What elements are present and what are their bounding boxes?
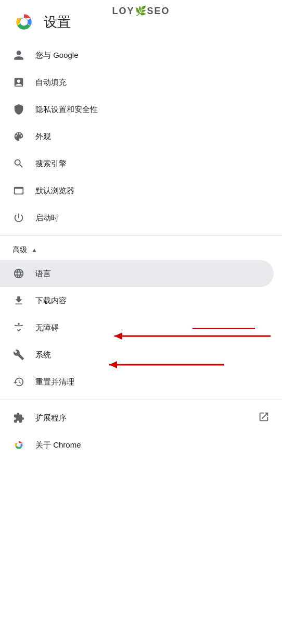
shield-icon bbox=[12, 103, 25, 116]
globe-icon bbox=[12, 267, 25, 280]
svg-point-2 bbox=[20, 18, 28, 26]
sidebar-item-browser-label: 默认浏览器 bbox=[35, 186, 74, 196]
sidebar-item-extensions-label: 扩展程序 bbox=[35, 413, 67, 423]
header: 设置 bbox=[0, 0, 282, 42]
sidebar-item-accessibility[interactable]: 无障碍 bbox=[0, 314, 274, 341]
sidebar-item-downloads[interactable]: 下载内容 bbox=[0, 287, 274, 314]
advanced-label: 高级 bbox=[12, 245, 27, 255]
chrome-small-icon bbox=[12, 439, 25, 451]
search-icon bbox=[12, 157, 25, 170]
reset-icon bbox=[12, 376, 25, 388]
divider-advanced bbox=[0, 236, 282, 236]
sidebar-item-about-label: 关于 Chrome bbox=[35, 440, 81, 450]
external-link-icon bbox=[258, 411, 270, 425]
download-icon bbox=[12, 294, 25, 307]
sidebar-item-startup[interactable]: 启动时 bbox=[0, 204, 274, 231]
settings-nav: 您与 Google 自动填充 隐私设置和安全性 外观 bbox=[0, 42, 282, 459]
sidebar-item-search-label: 搜索引擎 bbox=[35, 159, 67, 169]
sidebar-item-system[interactable]: 系统 bbox=[0, 341, 274, 368]
browser-icon bbox=[12, 184, 25, 197]
sidebar-item-language[interactable]: 语言 bbox=[0, 260, 274, 287]
sidebar-item-appearance-label: 外观 bbox=[35, 132, 51, 142]
page-title: 设置 bbox=[44, 13, 71, 31]
sidebar-item-extensions[interactable]: 扩展程序 bbox=[0, 404, 282, 431]
sidebar-item-about[interactable]: 关于 Chrome bbox=[0, 431, 282, 459]
person-icon bbox=[12, 49, 25, 61]
sidebar-item-accessibility-label: 无障碍 bbox=[35, 323, 59, 333]
sidebar-item-google-label: 您与 Google bbox=[35, 51, 79, 60]
advanced-section-header[interactable]: 高级 ▲ bbox=[0, 240, 282, 260]
puzzle-icon bbox=[12, 412, 25, 424]
chevron-up-icon: ▲ bbox=[31, 246, 37, 254]
divider-footer bbox=[0, 400, 282, 400]
sidebar-item-privacy-label: 隐私设置和安全性 bbox=[35, 105, 98, 115]
autofill-icon bbox=[12, 76, 25, 89]
palette-icon bbox=[12, 130, 25, 143]
chrome-logo-icon bbox=[12, 10, 35, 33]
sidebar-item-autofill[interactable]: 自动填充 bbox=[0, 69, 274, 96]
power-icon bbox=[12, 212, 25, 224]
sidebar-item-browser[interactable]: 默认浏览器 bbox=[0, 177, 274, 204]
svg-point-5 bbox=[17, 443, 20, 447]
sidebar-item-reset-label: 重置并清理 bbox=[35, 377, 74, 387]
sidebar-item-search[interactable]: 搜索引擎 bbox=[0, 150, 274, 177]
sidebar-item-system-label: 系统 bbox=[35, 350, 51, 360]
sidebar-item-language-label: 语言 bbox=[35, 269, 51, 279]
sidebar-item-appearance[interactable]: 外观 bbox=[0, 123, 274, 150]
wrench-icon bbox=[12, 349, 25, 361]
sidebar-item-autofill-label: 自动填充 bbox=[35, 78, 67, 88]
sidebar-item-reset[interactable]: 重置并清理 bbox=[0, 368, 274, 395]
sidebar-item-startup-label: 启动时 bbox=[35, 213, 59, 223]
sidebar-item-downloads-label: 下载内容 bbox=[35, 296, 67, 306]
sidebar-item-google[interactable]: 您与 Google bbox=[0, 42, 274, 69]
sidebar-item-privacy[interactable]: 隐私设置和安全性 bbox=[0, 96, 274, 123]
accessibility-icon bbox=[12, 321, 25, 334]
